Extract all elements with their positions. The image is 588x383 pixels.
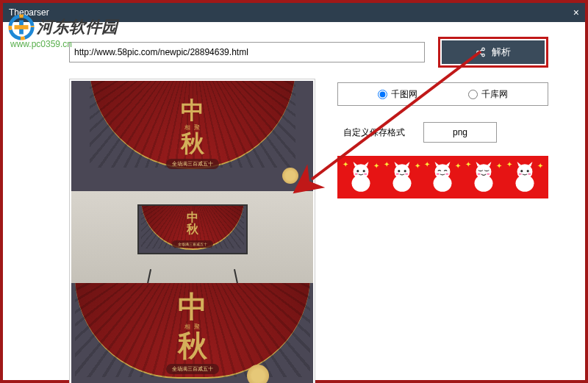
svg-point-32 — [527, 170, 529, 172]
url-input[interactable] — [69, 42, 425, 62]
svg-point-10 — [353, 164, 368, 179]
svg-point-16 — [394, 164, 409, 179]
radio-qiantu[interactable]: 千图网 — [378, 88, 417, 101]
svg-point-30 — [517, 164, 533, 179]
format-label: 自定义保存格式 — [343, 126, 405, 139]
svg-point-28 — [487, 173, 490, 176]
preview-image-3: 中 相 聚 秋 全场满三百减五十 — [71, 283, 313, 383]
svg-point-13 — [355, 173, 358, 176]
svg-point-14 — [364, 173, 367, 176]
share-icon — [476, 47, 486, 57]
parse-button-highlight: 解析 — [438, 37, 548, 68]
svg-point-23 — [437, 173, 440, 176]
parse-button-label: 解析 — [492, 46, 511, 59]
svg-point-18 — [404, 170, 406, 172]
title-bar: Theparser × — [3, 3, 585, 22]
svg-point-33 — [519, 173, 522, 176]
svg-point-31 — [520, 170, 523, 172]
svg-point-34 — [528, 173, 531, 176]
svg-point-20 — [405, 173, 408, 176]
svg-point-4 — [482, 48, 485, 51]
preview-image-2: 中 秋 全场满三百减五十 — [71, 191, 313, 283]
window-title: Theparser — [9, 7, 49, 18]
decorative-band: ✦✦ ✦✦ ✦✦ ✦✦ ✦✦ — [337, 156, 548, 198]
svg-point-12 — [363, 170, 365, 172]
cat-icon: ✦✦ — [468, 160, 499, 194]
svg-point-11 — [356, 170, 359, 172]
preview-panel: 中 相 聚 秋 全场满三百减五十 中 秋 — [69, 79, 315, 383]
cat-icon: ✦✦ — [345, 160, 376, 194]
svg-point-17 — [398, 170, 400, 172]
source-radio-group: 千图网 千库网 — [337, 82, 548, 106]
svg-point-5 — [477, 51, 480, 54]
format-value-box[interactable]: png — [423, 122, 497, 143]
radio-qianku[interactable]: 千库网 — [468, 88, 508, 101]
svg-line-8 — [479, 53, 482, 54]
svg-point-19 — [395, 173, 398, 176]
svg-point-6 — [482, 54, 485, 57]
cat-icon: ✦✦ — [387, 160, 417, 194]
svg-point-22 — [435, 164, 451, 179]
svg-point-24 — [446, 173, 449, 176]
cat-icon: ✦✦ — [509, 160, 540, 194]
close-icon[interactable]: × — [573, 7, 579, 18]
preview-image-1: 中 相 聚 秋 全场满三百减五十 — [71, 81, 313, 191]
cat-icon: ✦✦ — [427, 160, 458, 194]
parse-button[interactable]: 解析 — [442, 40, 545, 64]
svg-point-27 — [478, 173, 481, 176]
svg-line-7 — [479, 50, 482, 51]
svg-point-26 — [476, 164, 492, 179]
